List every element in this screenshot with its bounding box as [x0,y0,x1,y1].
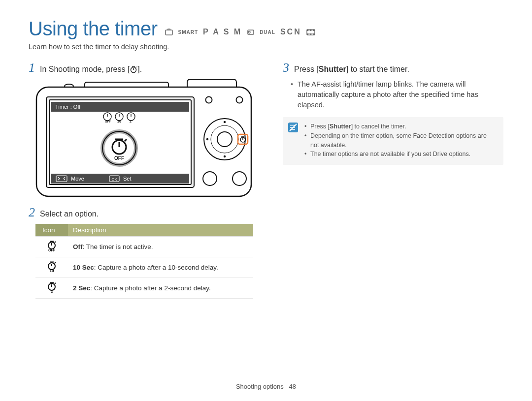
step-number: 2 [29,206,35,219]
step3-details: The AF-assist light/timer lamp blinks. T… [291,79,503,110]
svg-text:Move: Move [71,176,84,182]
step-number: 1 [29,62,35,74]
left-column: 1 In Shooting mode, press []. [29,59,255,299]
note-box: Press [Shutter] to cancel the timer. Dep… [283,117,503,165]
list-item: Depending on the timer option, some Face… [304,131,497,150]
svg-rect-10 [308,33,309,34]
timer-icon [130,65,137,73]
svg-text:2: 2 [51,289,53,293]
mode-pasm: P A S M [203,28,242,36]
svg-rect-12 [311,33,312,34]
svg-point-2 [248,31,250,33]
content-columns: 1 In Shooting mode, press []. [29,59,503,299]
screen-header-text: Timer : Off [55,104,81,110]
table-row: OFF Off: The timer is not active. [35,237,253,257]
svg-rect-11 [309,33,310,34]
svg-text:OK: OK [112,177,117,182]
timer-options-table: Icon Description OFF Off: The timer is n… [35,224,253,299]
table-header-desc: Description [68,224,253,237]
table-row: 10 10 Sec: Capture a photo after a 10-se… [35,257,253,278]
mode-scn: SCN [280,28,301,36]
svg-text:10: 10 [50,269,54,272]
timer-10s-icon: 10 [46,261,58,272]
svg-text:OFF: OFF [114,155,124,161]
svg-rect-7 [309,30,310,31]
svg-rect-8 [311,30,312,31]
page-footer: Shooting options 48 [0,383,532,390]
mode-smart-label: SMART [178,30,198,35]
timer-off-icon: OFF [46,241,58,251]
step-text: Select an option. [40,210,99,218]
svg-point-44 [224,155,226,157]
right-column: 3 Press [Shutter] to start the timer. Th… [283,59,503,299]
svg-rect-9 [312,30,313,31]
page: Using the timer SMART P A S M DUAL SCN [0,0,532,401]
camera-illustration: Timer : Off OFF 10 2 [35,79,255,198]
note-icon [288,122,299,159]
page-title: Using the timer [29,18,157,40]
svg-rect-6 [308,30,309,31]
svg-text:OFF: OFF [105,120,111,123]
svg-rect-1 [248,30,254,34]
step-3: 3 Press [Shutter] to start the timer. [283,62,503,74]
step-1: 1 In Shooting mode, press []. [29,62,255,74]
table-header-icon: Icon [35,224,68,237]
page-subtitle: Learn how to set the timer to delay shoo… [29,43,503,51]
step-2: 2 Select an option. [29,206,255,219]
camera-smart-icon [165,29,173,35]
list-item: The timer options are not available if y… [304,150,497,159]
svg-text:OFF: OFF [48,248,56,251]
mode-icons: SMART P A S M DUAL SCN [165,28,315,36]
svg-point-43 [224,121,226,123]
svg-text:10: 10 [117,120,121,123]
step-text: Press [Shutter] to start the timer. [294,65,409,74]
note-list: Press [Shutter] to cancel the timer. Dep… [304,122,497,159]
step-text: In Shooting mode, press []. [40,65,142,74]
list-item: Press [Shutter] to cancel the timer. [304,122,497,131]
svg-point-45 [206,138,208,140]
dual-camera-icon [247,29,255,35]
timer-2s-icon: 2 [46,282,58,293]
list-item: The AF-assist light/timer lamp blinks. T… [291,79,503,110]
mode-dual-label: DUAL [260,30,275,35]
svg-rect-0 [166,30,172,35]
footer-section: Shooting options [236,383,284,390]
svg-rect-13 [312,33,313,34]
svg-text:Set: Set [123,176,132,182]
table-row: 2 2 Sec: Capture a photo after a 2-secon… [35,278,253,299]
page-number: 48 [289,383,296,390]
svg-point-40 [204,119,245,160]
movie-icon [306,29,315,35]
title-line: Using the timer SMART P A S M DUAL SCN [29,18,503,40]
step-number: 3 [283,62,289,74]
svg-text:2: 2 [130,120,132,123]
